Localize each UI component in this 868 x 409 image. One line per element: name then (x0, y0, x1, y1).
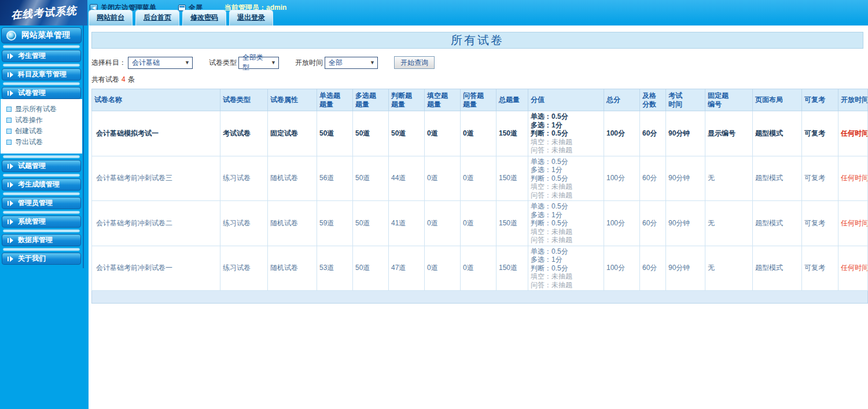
col-label: 及格 (642, 92, 663, 100)
cell-fixed-number: 无 (705, 246, 753, 291)
sidebar-header-label: 网站菜单管理 (21, 30, 70, 41)
sidebar-header: 网站菜单管理 (1, 27, 82, 43)
col-label: 问答题 (463, 92, 494, 100)
cell-qa-count: 0道 (461, 111, 496, 156)
tab-admin-home[interactable]: 后台首页 (135, 10, 179, 25)
cell-judge-count: 50道 (389, 111, 425, 156)
sidebar-item-label: 考生管理 (18, 51, 46, 61)
sidebar-separator (3, 174, 80, 177)
page-title: 所有试卷 (91, 32, 863, 49)
col-label: 试卷名称 (94, 96, 218, 104)
app-logo-text: 在线考试系统 (10, 3, 77, 22)
cell-judge-count: 47道 (389, 246, 425, 291)
menu-arrow-icon (8, 182, 14, 188)
menu-arrow-icon (8, 238, 14, 243)
app-logo: 在线考试系统 (0, 0, 87, 25)
tab-site-front[interactable]: 网站前台 (89, 10, 133, 25)
col-paper-name: 试卷名称 (92, 89, 220, 111)
score-line: 填空：未抽题 (531, 228, 601, 236)
cell-paper-attr: 随机试卷 (268, 201, 317, 246)
type-select[interactable]: 全部类型 ▼ (238, 57, 279, 69)
cell-paper-name: 会计基础模拟考试一 (92, 111, 220, 156)
cell-total-count: 150道 (496, 111, 528, 156)
topbar: 在线考试系统 ◀ 关闭左边管理菜单 全屏 当前管理员：admin 网站前台 后台… (0, 0, 868, 25)
sidebar-separator (3, 155, 80, 158)
filter-bar: 选择科目： 会计基础 ▼ 试卷类型 全部类型 ▼ 开放时间 全部 ▼ 开始查询 (91, 56, 868, 69)
col-label: 题量 (463, 100, 494, 109)
table-row: 会计基础模拟考试一 考试试卷 固定试卷 50道 50道 50道 0道 0道 15… (92, 111, 868, 156)
col-label: 页面布局 (755, 96, 799, 104)
sidebar-item-system-mgmt[interactable]: 系统管理 (2, 216, 81, 228)
sidebar-item-label: 科目及章节管理 (18, 70, 67, 79)
sidebar-item-subject-chapter-mgmt[interactable]: 科目及章节管理 (2, 68, 81, 81)
cell-total-count: 150道 (496, 246, 528, 291)
cell-page-layout: 题型模式 (753, 246, 802, 291)
sidebar-subitem-label: 导出试卷 (15, 137, 43, 147)
cell-open-time: 任何时间 (838, 201, 868, 246)
sidebar-item-question-mgmt[interactable]: 试题管理 (2, 160, 81, 172)
col-label: 题量 (319, 100, 350, 109)
col-label: 题量 (355, 100, 386, 109)
cell-fixed-number: 显示编号 (705, 111, 753, 156)
cell-multi-count: 50道 (353, 156, 389, 201)
col-label: 总分 (606, 96, 637, 104)
col-qa-count: 问答题题量 (461, 89, 496, 111)
cell-retake: 可复考 (802, 201, 838, 246)
col-judge-count: 判断题题量 (389, 89, 425, 111)
cell-total-score: 100分 (604, 246, 640, 291)
sidebar-submenu-paper-mgmt: 显示所有试卷 试卷操作 创建试卷 导出试卷 (1, 99, 82, 154)
menu-arrow-icon (8, 219, 14, 225)
sidebar-subitem-show-all-papers[interactable]: 显示所有试卷 (6, 104, 82, 115)
subject-select[interactable]: 会计基础 ▼ (128, 57, 193, 69)
score-line: 多选：1分 (531, 121, 601, 130)
menu-arrow-icon (8, 256, 14, 262)
tab-change-password[interactable]: 修改密码 (182, 10, 226, 25)
score-line: 问答：未抽题 (531, 146, 601, 155)
sidebar-subitem-paper-operations[interactable]: 试卷操作 (6, 115, 82, 126)
sidebar-item-database-mgmt[interactable]: 数据库管理 (2, 234, 81, 246)
col-label: 题量 (391, 100, 422, 109)
cell-blank-count: 0道 (425, 246, 461, 291)
cell-fixed-number: 无 (705, 156, 753, 201)
cell-multi-count: 50道 (353, 201, 389, 246)
col-multi-count: 多选题题量 (353, 89, 389, 111)
cell-exam-duration: 90分钟 (666, 201, 705, 246)
cell-pass-score: 60分 (640, 246, 666, 291)
sidebar-item-label: 数据库管理 (18, 235, 53, 245)
col-blank-count: 填空题题量 (425, 89, 461, 111)
cell-qa-count: 0道 (461, 246, 496, 291)
cell-judge-count: 41道 (389, 201, 425, 246)
col-label: 时间 (668, 100, 703, 109)
col-label: 开放时间 (841, 96, 865, 104)
score-line: 问答：未抽题 (531, 281, 601, 290)
sidebar-separator (3, 248, 80, 251)
cell-retake: 可复考 (802, 246, 838, 291)
sidebar-item-label: 管理员管理 (18, 198, 53, 208)
sidebar-subitem-create-paper[interactable]: 创建试卷 (6, 126, 82, 137)
sidebar-item-paper-mgmt[interactable]: 试卷管理 (2, 87, 81, 99)
sidebar-subitem-export-paper[interactable]: 导出试卷 (6, 137, 82, 148)
open-time-select[interactable]: 全部 ▼ (325, 57, 378, 69)
sidebar-item-about-us[interactable]: 关于我们 (2, 253, 81, 265)
sidebar-item-label: 试卷管理 (18, 88, 46, 98)
score-line: 单选：0.5分 (531, 202, 601, 211)
col-label: 题量 (427, 100, 458, 109)
cell-score-detail: 单选：0.5分 多选：1分 判断：0.5分 填空：未抽题 问答：未抽题 (528, 246, 604, 291)
sidebar-subitem-label: 创建试卷 (15, 126, 43, 136)
cell-judge-count: 44道 (389, 156, 425, 201)
cell-page-layout: 题型模式 (753, 201, 802, 246)
sidebar-item-score-mgmt[interactable]: 考生成绩管理 (2, 178, 81, 191)
sidebar-separator (3, 192, 80, 195)
col-label: 单选题 (319, 92, 350, 100)
cell-score-detail: 单选：0.5分 多选：1分 判断：0.5分 填空：未抽题 问答：未抽题 (528, 111, 604, 156)
cell-total-count: 150道 (496, 201, 528, 246)
menu-arrow-icon (8, 200, 14, 206)
cell-page-layout: 题型模式 (753, 111, 802, 156)
search-button[interactable]: 开始查询 (394, 56, 435, 69)
sidebar-item-admin-mgmt[interactable]: 管理员管理 (2, 197, 81, 209)
tab-logout[interactable]: 退出登录 (229, 10, 273, 25)
sidebar-item-examinee-mgmt[interactable]: 考生管理 (2, 50, 81, 62)
score-line: 判断：0.5分 (531, 129, 601, 138)
cell-paper-type: 考试试卷 (220, 111, 268, 156)
col-label: 总题量 (499, 96, 525, 104)
